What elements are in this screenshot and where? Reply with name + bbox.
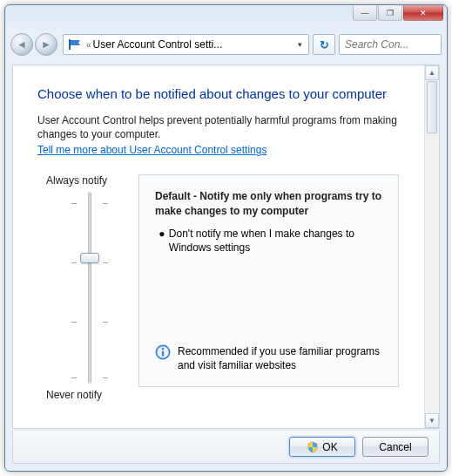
svg-point-4 xyxy=(162,348,165,350)
info-bullet-text: Don't notify me when I make changes to W… xyxy=(169,227,382,255)
breadcrumb-separator: « xyxy=(86,40,91,50)
forward-button[interactable]: ► xyxy=(35,33,57,56)
info-recommendation: Recommended if you use familiar programs… xyxy=(155,344,382,372)
svg-rect-3 xyxy=(162,351,164,357)
control-panel-flag-icon xyxy=(69,39,81,50)
address-text: User Account Control setti... xyxy=(93,38,295,51)
cancel-button[interactable]: Cancel xyxy=(362,437,428,457)
minimize-button[interactable]: — xyxy=(353,5,377,21)
search-input[interactable] xyxy=(339,34,442,55)
titlebar: — ❐ ✕ xyxy=(5,5,447,30)
maximize-button[interactable]: ❐ xyxy=(378,5,402,21)
cancel-button-label: Cancel xyxy=(379,441,411,453)
slider-thumb[interactable] xyxy=(80,253,99,263)
page-heading: Choose when to be notified about changes… xyxy=(37,86,399,101)
slider-area: Always notify –– –– –– –– Never notify D… xyxy=(37,174,399,401)
info-bullet: ● Don't notify me when I make changes to… xyxy=(155,227,382,255)
help-link[interactable]: Tell me more about User Account Control … xyxy=(37,144,266,156)
scroll-down-button[interactable]: ▼ xyxy=(425,413,439,428)
back-button[interactable]: ◄ xyxy=(10,33,33,56)
bullet-icon: ● xyxy=(155,227,169,255)
close-button[interactable]: ✕ xyxy=(403,5,443,21)
window: — ❐ ✕ ◄ ► « User Account Control setti..… xyxy=(4,4,448,472)
content-area: Choose when to be notified about changes… xyxy=(12,65,440,429)
info-panel: Default - Notify me only when programs t… xyxy=(138,174,399,387)
refresh-button[interactable]: ↻ xyxy=(313,34,335,55)
slider-top-label: Always notify xyxy=(46,174,133,187)
shield-icon xyxy=(307,441,319,453)
info-icon xyxy=(155,344,171,360)
scrollbar[interactable]: ▲ ▼ xyxy=(424,65,439,428)
ok-button-label: OK xyxy=(322,441,337,453)
slider-column: Always notify –– –– –– –– Never notify xyxy=(37,174,133,401)
address-dropdown-icon[interactable]: ▾ xyxy=(295,40,305,49)
slider-bottom-label: Never notify xyxy=(46,389,133,401)
address-bar[interactable]: « User Account Control setti... ▾ xyxy=(63,34,309,55)
scroll-up-button[interactable]: ▲ xyxy=(425,65,439,80)
svg-rect-0 xyxy=(69,39,71,50)
toolbar: ◄ ► « User Account Control setti... ▾ ↻ xyxy=(5,30,447,59)
page-description: User Account Control helps prevent poten… xyxy=(37,113,399,141)
info-recommendation-text: Recommended if you use familiar programs… xyxy=(178,344,382,372)
info-title: Default - Notify me only when programs t… xyxy=(155,189,382,217)
ok-button[interactable]: OK xyxy=(289,437,355,457)
slider-track[interactable]: –– –– –– –– xyxy=(46,192,133,384)
nav-buttons: ◄ ► xyxy=(10,33,59,56)
footer: OK Cancel xyxy=(12,431,440,464)
scroll-thumb[interactable] xyxy=(427,81,437,133)
